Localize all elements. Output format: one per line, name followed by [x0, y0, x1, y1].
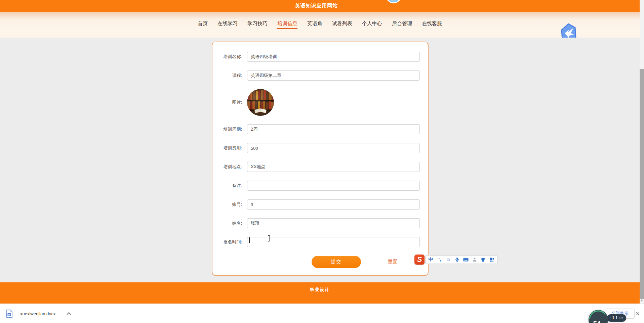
top-header-bar: 英语知识应用网站 [0, 0, 640, 12]
signup-time-input[interactable] [247, 237, 420, 247]
svg-text:W: W [8, 313, 11, 316]
nav-item-study-skills[interactable]: 学习技巧 [247, 20, 268, 29]
form-row-training-period: 培训周期: [212, 124, 428, 134]
nav-item-personal-center[interactable]: 个人中心 [362, 20, 382, 29]
account-icon[interactable] [472, 257, 477, 263]
speed-value: 1.1 [612, 316, 618, 320]
nav-items: 首页 在线学习 学习技巧 培训信息 英语角 试卷列表 个人中心 后台管理 在线客… [0, 12, 640, 38]
training-location-input[interactable] [247, 162, 420, 172]
toolbox-icon[interactable] [489, 257, 495, 263]
form-row-training-name: 培训名称: [212, 52, 428, 62]
form-row-training-fee: 培训费用: [212, 143, 428, 153]
progress-ring [589, 310, 608, 323]
nav-item-exam-list[interactable]: 试卷列表 [332, 20, 352, 29]
name-input[interactable] [247, 218, 420, 228]
form-row-course: 课程: [212, 71, 428, 81]
page-scrollbar[interactable]: ▼ [640, 0, 644, 304]
nav-item-home[interactable]: 首页 [198, 20, 208, 29]
training-form-card: 培训名称: 课程: 图片: [212, 41, 429, 276]
download-filename[interactable]: xuexiwenjian.docx [20, 311, 56, 316]
word-doc-icon: W [6, 310, 13, 318]
submit-button[interactable]: 提交 [312, 256, 361, 268]
download-progress-widget[interactable]: 54 % [589, 310, 608, 323]
training-photo[interactable] [247, 89, 274, 116]
training-fee-label: 培训费用: [212, 145, 242, 151]
form-row-training-location: 培训地点: [212, 162, 428, 172]
training-name-input[interactable] [247, 52, 420, 62]
ime-toolbar: S 中 °, ☺ [414, 255, 497, 265]
form-row-name: 姓名: [212, 218, 428, 228]
chinese-mode-icon[interactable]: 中 [428, 257, 434, 263]
voice-input-icon[interactable] [454, 257, 460, 263]
scrollbar-down-arrow[interactable]: ▼ [640, 298, 644, 303]
main-content: 培训名称: 课程: 图片: [0, 38, 640, 282]
ime-tray: 中 °, ☺ [425, 255, 497, 264]
scrollbar-thumb[interactable] [640, 69, 644, 299]
nav-item-training-info[interactable]: 培训信息 [277, 20, 297, 29]
account-input[interactable] [247, 199, 420, 210]
text-caret [249, 237, 250, 243]
punctuation-icon[interactable]: °, [437, 257, 442, 263]
course-label: 课程: [212, 73, 242, 79]
remark-input[interactable] [247, 181, 420, 191]
training-period-input[interactable] [247, 124, 420, 134]
nav-item-english-corner[interactable]: 英语角 [307, 20, 322, 29]
form-row-account: 账号: [212, 199, 428, 210]
speed-unit: K/s [619, 316, 623, 320]
training-name-label: 培训名称: [212, 54, 242, 60]
reset-button[interactable]: 重置 [388, 259, 397, 265]
soft-keyboard-icon[interactable] [463, 257, 469, 263]
sogou-logo-icon[interactable]: S [414, 255, 425, 265]
image-label: 图片: [212, 99, 242, 105]
navbar: 首页 在线学习 学习技巧 培训信息 英语角 试卷列表 个人中心 后台管理 在线客… [0, 12, 640, 38]
form-row-signup-time: 报名时间: [212, 237, 428, 247]
download-speed-pill[interactable]: ↑ 1.1 K/s [607, 314, 626, 322]
nav-item-customer-service[interactable]: 在线客服 [422, 20, 442, 29]
footer-bar: 毕业设计 [0, 282, 640, 304]
site-title: 英语知识应用网站 [295, 3, 338, 9]
shelf-divider [80, 308, 80, 320]
mouse-ibeam-cursor [267, 235, 272, 242]
form-row-remark: 备注: [212, 181, 428, 191]
nav-item-admin[interactable]: 后台管理 [392, 20, 412, 29]
close-icon[interactable]: × [635, 311, 641, 317]
training-fee-input[interactable] [247, 143, 420, 153]
upload-arrow-icon: ↑ [609, 316, 611, 320]
chevron-up-icon[interactable] [67, 312, 71, 315]
name-label: 姓名: [212, 220, 242, 226]
signup-time-label: 报名时间: [212, 239, 242, 245]
download-shelf: W xuexiwenjian.docx 全部显示 × [0, 304, 644, 323]
training-period-label: 培训周期: [212, 126, 242, 132]
submit-row: 提交 重置 [212, 256, 428, 268]
account-label: 账号: [212, 201, 242, 207]
form-row-image: 图片: [212, 89, 428, 116]
footer-text: 毕业设计 [0, 287, 640, 293]
nav-item-online-learning[interactable]: 在线学习 [217, 20, 238, 29]
page: 英语知识应用网站 首页 在线学习 学习技巧 培训信息 英语角 试卷列表 个人中心… [0, 0, 644, 323]
skin-icon[interactable] [480, 257, 486, 263]
course-input[interactable] [247, 71, 420, 81]
download-item[interactable]: W xuexiwenjian.docx [6, 304, 71, 323]
remark-label: 备注: [212, 183, 242, 189]
emoji-icon[interactable]: ☺ [445, 257, 451, 263]
training-location-label: 培训地点: [212, 164, 242, 170]
